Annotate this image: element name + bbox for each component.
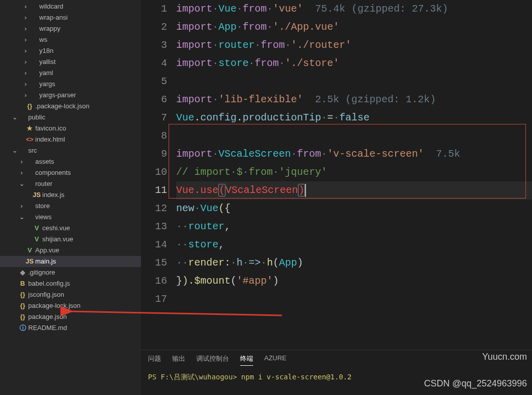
- token: ·: [267, 21, 273, 33]
- line-number[interactable]: 3: [141, 36, 167, 54]
- line-number[interactable]: 11: [141, 181, 167, 200]
- line-number[interactable]: 12: [141, 200, 167, 218]
- line-number[interactable]: 10: [141, 163, 167, 181]
- token: ·: [231, 257, 237, 269]
- token: import: [176, 57, 212, 69]
- token: .: [194, 184, 200, 196]
- code-line-11[interactable]: Vue.use(VScaleScreen): [176, 181, 532, 200]
- tree-item-label: ceshi.vue: [42, 223, 70, 234]
- token: h: [237, 257, 243, 269]
- code-line-17[interactable]: [176, 290, 532, 308]
- tree-item-yargs[interactable]: ›yargs: [0, 79, 141, 90]
- line-number[interactable]: 6: [141, 91, 167, 109]
- tree-item-shijian-vue[interactable]: Vshijian.vue: [0, 234, 141, 245]
- code-line-7[interactable]: Vue.config.productionTip·=·false: [176, 109, 532, 127]
- token: ): [297, 257, 303, 269]
- terminal-tab-2[interactable]: 调试控制台: [196, 354, 229, 366]
- line-number[interactable]: 5: [141, 73, 167, 91]
- text-cursor: [305, 184, 306, 197]
- tree-item-ws[interactable]: ›ws: [0, 34, 141, 45]
- line-number[interactable]: 16: [141, 272, 167, 290]
- token: .: [237, 112, 243, 123]
- tree-item-readme-md[interactable]: ⓘREADME.md: [0, 322, 141, 334]
- tree-item-store[interactable]: ›store: [0, 201, 141, 212]
- token: =: [327, 112, 333, 123]
- code-line-3[interactable]: import·router·from·'./router': [176, 36, 532, 54]
- tree-item-yallist[interactable]: ›yallist: [0, 56, 141, 68]
- code-line-16[interactable]: }).$mount('#app'): [176, 272, 532, 290]
- token: ·: [279, 57, 285, 69]
- line-number[interactable]: 9: [141, 145, 167, 163]
- code-line-1[interactable]: import·Vue·from·'vue' 75.4k (gzipped: 27…: [176, 0, 532, 18]
- tree-item-babel-config-js[interactable]: Bbabel.config.js: [0, 278, 141, 289]
- tree-item-components[interactable]: ›components: [0, 167, 141, 178]
- code-line-8[interactable]: [176, 127, 532, 145]
- code-line-4[interactable]: import·store·from·'./store': [176, 54, 532, 73]
- terminal-body[interactable]: PS F:\吕测试\wuhaogou> npm i v-scale-screen…: [141, 367, 532, 382]
- code-line-5[interactable]: [176, 73, 532, 91]
- tree-item-jsconfig-json[interactable]: {}jsconfig.json: [0, 289, 141, 300]
- code-line-2[interactable]: import·App·from·'./App.vue': [176, 18, 532, 36]
- tree-item-package-lock-json[interactable]: {}package-lock.json: [0, 300, 141, 311]
- token: App: [218, 21, 237, 33]
- token: 'v-scale-screen': [327, 148, 424, 160]
- line-number[interactable]: 17: [141, 290, 167, 308]
- token: =>: [249, 257, 261, 269]
- code-line-10[interactable]: // import·$·from·'jquery': [176, 163, 532, 181]
- tree-item-app-vue[interactable]: VApp.vue: [0, 245, 141, 256]
- tree-item-y18n[interactable]: ›y18n: [0, 45, 141, 56]
- line-number[interactable]: 7: [141, 109, 167, 127]
- line-number[interactable]: 1: [141, 0, 167, 18]
- code-line-12[interactable]: new·Vue({: [176, 200, 532, 218]
- tree-item-assets[interactable]: ›assets: [0, 156, 141, 167]
- tree-item-package-json[interactable]: {}package.json: [0, 311, 141, 322]
- tree-item-src[interactable]: ⌄src: [0, 145, 141, 156]
- tree-item--package-lock-json[interactable]: {}.package-lock.json: [0, 101, 141, 112]
- line-number[interactable]: 2: [141, 18, 167, 36]
- terminal-tab-0[interactable]: 问题: [148, 354, 161, 366]
- code-line-15[interactable]: ··render:·h·=>·h(App): [176, 254, 532, 272]
- token: import: [194, 166, 231, 178]
- tree-item-wrap-ansi[interactable]: ›wrap-ansi: [0, 12, 141, 23]
- code-line-13[interactable]: ··router,: [176, 218, 532, 236]
- tree-item-label: .gitignore: [28, 267, 55, 278]
- token: from: [249, 166, 273, 178]
- tree-item-views[interactable]: ⌄views: [0, 212, 141, 223]
- chevron-icon: ⌄: [18, 212, 25, 223]
- token: 75.4k (gzipped: 27.3k): [303, 3, 448, 15]
- file-explorer[interactable]: ›wildcard›wrap-ansi›wrappy›ws›y18n›yalli…: [0, 0, 141, 395]
- file-icon: {}: [18, 300, 27, 311]
- token: :: [224, 257, 231, 269]
- terminal-tab-4[interactable]: AZURE: [264, 354, 286, 366]
- token: 7.5k: [424, 148, 460, 160]
- tree-item-wrappy[interactable]: ›wrappy: [0, 23, 141, 34]
- token: ·: [321, 112, 327, 123]
- tree-item-favicon-ico[interactable]: ★favicon.ico: [0, 123, 141, 134]
- code-line-9[interactable]: import·VScaleScreen·from·'v-scale-screen…: [176, 145, 532, 163]
- tree-item-yaml[interactable]: ›yaml: [0, 68, 141, 79]
- tree-item-ceshi-vue[interactable]: Vceshi.vue: [0, 223, 141, 234]
- terminal-tab-1[interactable]: 输出: [172, 354, 185, 366]
- tree-item-public[interactable]: ⌄public: [0, 112, 141, 123]
- tree-item-wildcard[interactable]: ›wildcard: [0, 1, 141, 12]
- tree-item-index-js[interactable]: JSindex.js: [0, 189, 141, 201]
- file-icon: B: [18, 278, 27, 289]
- code-line-6[interactable]: import·'lib-flexible' 2.5k (gzipped: 1.2…: [176, 91, 532, 109]
- terminal-tab-3[interactable]: 终端: [240, 354, 253, 366]
- tree-item-router[interactable]: ⌄router: [0, 178, 141, 189]
- line-number[interactable]: 14: [141, 236, 167, 254]
- token: ·: [321, 148, 327, 160]
- token: ·: [212, 21, 218, 33]
- tree-item--gitignore[interactable]: ◆.gitignore: [0, 267, 141, 278]
- tree-item-index-html[interactable]: <>index.html: [0, 134, 141, 145]
- line-number[interactable]: 4: [141, 54, 167, 73]
- line-number[interactable]: 13: [141, 218, 167, 236]
- line-number[interactable]: 15: [141, 254, 167, 272]
- line-number[interactable]: 8: [141, 127, 167, 145]
- code-line-14[interactable]: ··store,: [176, 236, 532, 254]
- tree-item-main-js[interactable]: JSmain.js: [0, 256, 141, 267]
- chevron-icon: ›: [22, 12, 29, 23]
- code-content[interactable]: import·Vue·from·'vue' 75.4k (gzipped: 27…: [176, 0, 532, 350]
- token: new: [176, 203, 194, 214]
- tree-item-yargs-parser[interactable]: ›yargs-parser: [0, 90, 141, 101]
